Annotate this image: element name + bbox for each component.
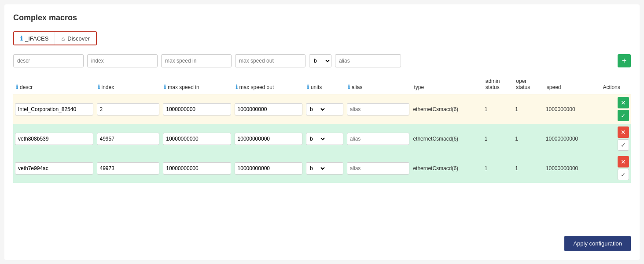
cell-actions-2: ✕ ✓ xyxy=(600,153,631,183)
cell-units-2: b kb mb xyxy=(304,153,345,183)
col-header-descr: ℹ descr xyxy=(13,74,95,94)
cell-index-1 xyxy=(95,124,162,153)
cell-admin-1: 1 xyxy=(483,124,514,153)
cell-speed-out-2 xyxy=(233,153,304,183)
cell-type-0: ethernetCsmacd(6) xyxy=(411,94,482,124)
input-speed-in-2[interactable] xyxy=(163,162,231,175)
cell-alias-2 xyxy=(345,153,412,183)
cell-speed-out-1 xyxy=(233,124,304,153)
input-speed-in-1[interactable] xyxy=(163,133,231,145)
input-alias-0[interactable] xyxy=(347,103,410,115)
cell-index-0 xyxy=(95,94,162,124)
cell-speed-0: 1000000000 xyxy=(544,94,600,124)
units-wrapper-1: b kb mb xyxy=(306,133,343,145)
cell-alias-0 xyxy=(345,94,412,124)
cell-actions-0: ✕ ✓ xyxy=(600,94,631,124)
cell-oper-1: 1 xyxy=(513,124,544,153)
cell-type-2: ethernetCsmacd(6) xyxy=(411,153,482,183)
house-icon: ⌂ xyxy=(61,35,65,42)
cell-descr-1 xyxy=(13,124,95,153)
filter-row: b kb mb + xyxy=(13,54,631,67)
main-container: Complex macros ℹ _IFACES ⌂ Discover b kb… xyxy=(4,4,640,260)
input-descr-0[interactable] xyxy=(15,103,93,115)
cell-descr-0 xyxy=(13,94,95,124)
input-speed-out-1[interactable] xyxy=(235,133,302,145)
apply-configuration-button[interactable]: Apply configuration xyxy=(564,236,631,251)
cell-speed-2: 10000000000 xyxy=(544,153,600,183)
units-wrapper-0: b kb mb xyxy=(306,103,343,115)
select-units-2[interactable]: b kb mb xyxy=(306,163,326,174)
col-icon-speed-out: ℹ xyxy=(236,84,238,90)
tab-discover[interactable]: ⌂ Discover xyxy=(55,32,96,45)
cell-speed-in-1 xyxy=(161,124,232,153)
col-header-speed: speed xyxy=(544,74,600,94)
data-table: ℹ descr ℹ index ℹ max speed in xyxy=(13,74,631,183)
info-icon: ℹ xyxy=(20,35,22,42)
col-header-index: ℹ index xyxy=(95,74,162,94)
cell-oper-2: 1 xyxy=(513,153,544,183)
add-row-button[interactable]: + xyxy=(618,54,631,67)
col-header-alias: ℹ alias xyxy=(345,74,412,94)
cell-units-0: b kb mb xyxy=(304,94,345,124)
cell-speed-in-0 xyxy=(161,94,232,124)
input-descr-2[interactable] xyxy=(15,162,93,175)
cell-units-1: b kb mb xyxy=(304,124,345,153)
col-header-units: ℹ units xyxy=(304,74,345,94)
select-units-1[interactable]: b kb mb xyxy=(306,133,326,145)
confirm-btn-2[interactable]: ✓ xyxy=(618,169,629,180)
table-row: b kb mb ethernetCsmacd(6) 1 1 1000000000… xyxy=(13,94,631,124)
confirm-btn-0[interactable]: ✓ xyxy=(618,110,629,121)
input-speed-out-0[interactable] xyxy=(235,103,302,115)
cell-alias-1 xyxy=(345,124,412,153)
actions-wrapper-1: ✕ ✓ xyxy=(602,126,629,151)
filter-speed-in-input[interactable] xyxy=(161,54,232,67)
filter-units-select[interactable]: b kb mb xyxy=(309,55,331,67)
col-header-actions: Actions xyxy=(600,74,631,94)
col-header-type: type xyxy=(411,74,482,94)
actions-wrapper-2: ✕ ✓ xyxy=(602,156,629,180)
tab-discover-label: Discover xyxy=(67,35,90,42)
input-index-2[interactable] xyxy=(97,162,160,175)
cell-speed-out-0 xyxy=(233,94,304,124)
col-icon-speed-in: ℹ xyxy=(164,84,166,90)
col-icon-units: ℹ xyxy=(307,84,309,90)
input-speed-in-0[interactable] xyxy=(163,103,231,115)
table-row: b kb mb ethernetCsmacd(6) 1 1 1000000000… xyxy=(13,124,631,153)
cell-descr-2 xyxy=(13,153,95,183)
cell-speed-in-2 xyxy=(161,153,232,183)
col-header-admin-status: admin status xyxy=(483,74,514,94)
filter-speed-out-input[interactable] xyxy=(235,54,305,67)
filter-index-input[interactable] xyxy=(87,54,158,67)
filter-units-wrapper: b kb mb xyxy=(309,54,331,67)
col-icon-alias: ℹ xyxy=(348,84,350,90)
col-icon-descr: ℹ xyxy=(16,84,18,90)
delete-btn-1[interactable]: ✕ xyxy=(618,126,629,138)
input-alias-1[interactable] xyxy=(347,133,410,145)
cell-actions-1: ✕ ✓ xyxy=(600,124,631,153)
tab-ifaces[interactable]: ℹ _IFACES xyxy=(14,32,55,45)
col-icon-index: ℹ xyxy=(98,84,100,90)
cell-oper-0: 1 xyxy=(513,94,544,124)
col-header-speed-in: ℹ max speed in xyxy=(161,74,232,94)
select-units-0[interactable]: b kb mb xyxy=(306,104,326,115)
tab-ifaces-label: _IFACES xyxy=(25,35,48,42)
units-wrapper-2: b kb mb xyxy=(306,162,343,175)
delete-btn-2[interactable]: ✕ xyxy=(618,156,629,167)
page-title: Complex macros xyxy=(13,13,631,22)
input-index-0[interactable] xyxy=(97,103,160,115)
col-header-oper-status: oper status xyxy=(513,74,544,94)
table-row: b kb mb ethernetCsmacd(6) 1 1 1000000000… xyxy=(13,153,631,183)
input-index-1[interactable] xyxy=(97,133,160,145)
tab-bar: ℹ _IFACES ⌂ Discover xyxy=(13,31,97,45)
confirm-btn-1[interactable]: ✓ xyxy=(618,139,629,151)
cell-admin-2: 1 xyxy=(483,153,514,183)
filter-descr-input[interactable] xyxy=(13,54,84,67)
col-header-speed-out: ℹ max speed out xyxy=(233,74,304,94)
cell-admin-0: 1 xyxy=(483,94,514,124)
delete-btn-0[interactable]: ✕ xyxy=(618,97,629,108)
cell-speed-1: 10000000000 xyxy=(544,124,600,153)
filter-alias-input[interactable] xyxy=(335,54,401,67)
input-speed-out-2[interactable] xyxy=(235,162,302,175)
input-descr-1[interactable] xyxy=(15,133,93,145)
input-alias-2[interactable] xyxy=(347,162,410,175)
